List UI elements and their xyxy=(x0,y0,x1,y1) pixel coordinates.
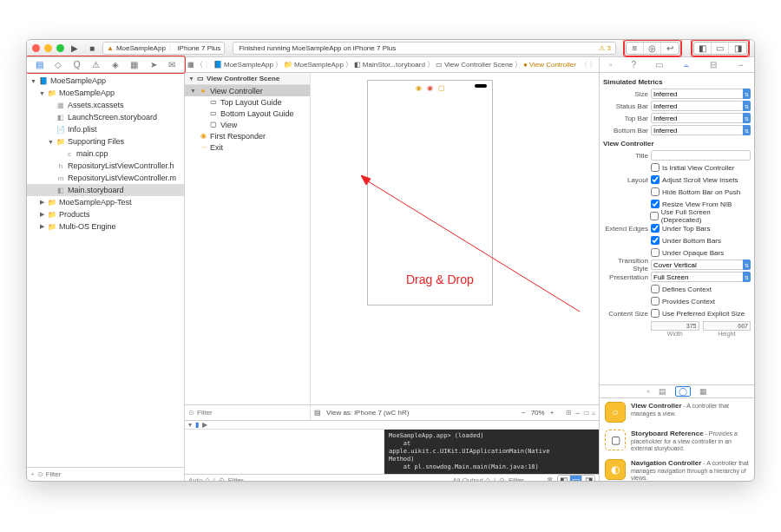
zoom-icon[interactable] xyxy=(56,44,64,52)
filter-icon[interactable]: ⊙ xyxy=(188,409,194,417)
output-selector[interactable]: All Output ◇ xyxy=(453,476,490,482)
filter-icon[interactable]: ⊙ xyxy=(499,476,505,482)
attributes-inspector-icon: ⫠ xyxy=(682,60,691,69)
xcode-window: ▶ ■ ▲ MoeSampleApp〉 iPhone 7 Plus Finish… xyxy=(26,39,755,482)
svg-marker-1 xyxy=(361,175,371,185)
status-bar-icon xyxy=(475,84,487,88)
run-button[interactable]: ▶ xyxy=(68,43,82,55)
debug-toolbar: ▾ ▮ ▶ xyxy=(185,421,599,430)
outline-row[interactable]: →Exit xyxy=(185,141,310,153)
tree-row[interactable]: 📄Info.plist xyxy=(27,123,184,135)
tree-row[interactable]: ▶📁Products xyxy=(27,208,184,220)
resize-nib-checkbox[interactable] xyxy=(651,200,660,208)
tree-row[interactable]: ◧Main.storyboard xyxy=(27,184,184,196)
zoom-out-icon[interactable]: − xyxy=(522,409,526,417)
scheme-selector[interactable]: ▲ MoeSampleApp〉 iPhone 7 Plus xyxy=(102,42,225,55)
library-item[interactable]: ○View Controller - A controller that man… xyxy=(600,398,754,426)
variables-filter[interactable] xyxy=(228,476,263,482)
zoom-level[interactable]: 70% xyxy=(531,409,545,417)
storyboard-canvas[interactable]: ◉◉▢ Drag & Drop xyxy=(311,73,599,404)
outline-row[interactable]: ▢View xyxy=(185,119,310,130)
toggle-outline-icon[interactable]: ▤ xyxy=(314,409,321,417)
editor-area: ▼▭ View Controller Scene ▼●View Controll… xyxy=(185,73,600,481)
library-item[interactable]: ▢Storyboard Reference - Provides a place… xyxy=(600,426,754,456)
file-tree[interactable]: ▼📘MoeSampleApp▼📁MoeSampleApp▦Assets.xcas… xyxy=(27,73,184,467)
debug-footer: Auto ◇ | ⊙ All Output ◇ | ⊙ 🗑 ◧▭◨ xyxy=(185,474,599,482)
view-as-label[interactable]: View as: iPhone 7 (wC hR) xyxy=(326,409,409,417)
console-output[interactable]: MoeSampleApp.app> (loaded) at apple.uiki… xyxy=(384,430,599,474)
presentation-select[interactable] xyxy=(651,272,744,282)
title-field[interactable] xyxy=(651,150,751,161)
height-field[interactable] xyxy=(703,321,751,331)
console-filter[interactable] xyxy=(509,476,543,482)
tree-row[interactable]: ▦Assets.xcassets xyxy=(27,99,184,111)
svg-line-0 xyxy=(365,180,580,312)
panel-visibility-segmented[interactable]: ◧▭◨ xyxy=(692,40,749,56)
library-item[interactable]: ◐Navigation Controller - A controller th… xyxy=(600,456,754,481)
navigator-tabs[interactable]: ▤ ◇ Q ⚠ ◈ ▦ ➤ ✉ xyxy=(27,57,185,72)
defines-context-checkbox[interactable] xyxy=(651,285,660,293)
adjust-scroll-checkbox[interactable] xyxy=(651,175,660,184)
warning-badge[interactable]: ⚠ 3 xyxy=(599,44,611,52)
filter-icon[interactable]: ⊙ xyxy=(219,476,225,482)
constraint-tools[interactable]: ⊞ ⫠ ▭ ▵ xyxy=(566,409,595,417)
add-icon[interactable]: + xyxy=(30,470,35,478)
outline-footer: ⊙ xyxy=(185,404,310,420)
outline-row[interactable]: ▭Bottom Layout Guide xyxy=(185,108,310,119)
under-bottom-checkbox[interactable] xyxy=(651,236,660,245)
navigator-filter[interactable] xyxy=(46,470,180,478)
connections-inspector-icon: → xyxy=(736,60,745,69)
variables-view[interactable] xyxy=(185,430,384,474)
topbar-select[interactable] xyxy=(651,113,744,123)
tree-row[interactable]: hRepositoryListViewController.h xyxy=(27,160,184,172)
statusbar-select[interactable] xyxy=(651,101,744,111)
hide-debug-icon[interactable]: ▾ xyxy=(188,421,192,429)
continue-icon[interactable]: ▶ xyxy=(202,421,207,429)
editor-mode-segmented[interactable]: ≡◎↩ xyxy=(624,40,681,56)
project-navigator: ▼📘MoeSampleApp▼📁MoeSampleApp▦Assets.xcas… xyxy=(27,73,185,481)
width-field[interactable] xyxy=(651,321,699,331)
jump-bar[interactable]: ▦ 〈 〉 📘 MoeSampleApp〉 📁 MoeSampleApp〉 ◧ … xyxy=(185,57,600,72)
tree-row[interactable]: mRepositoryListViewController.m xyxy=(27,172,184,184)
tree-row[interactable]: ◧LaunchScreen.storyboard xyxy=(27,111,184,123)
under-top-checkbox[interactable] xyxy=(651,224,660,233)
filter-icon[interactable]: ⊙ xyxy=(37,470,43,478)
report-navigator-icon: ✉ xyxy=(168,60,175,69)
tree-row[interactable]: cmain.cpp xyxy=(27,148,184,160)
tree-row[interactable]: ▶📁MoeSampleApp-Test xyxy=(27,196,184,208)
tree-row[interactable]: ▼📁MoeSampleApp xyxy=(27,87,184,99)
tree-row[interactable]: ▼📘MoeSampleApp xyxy=(27,75,184,87)
transition-select[interactable] xyxy=(651,259,744,270)
library-tabs[interactable]: ▫▤◯▦ xyxy=(600,384,754,398)
provides-context-checkbox[interactable] xyxy=(651,297,660,305)
auto-selector[interactable]: Auto ◇ xyxy=(188,476,210,482)
size-select[interactable] xyxy=(651,89,744,99)
inspector-tabs[interactable]: ▫ ? ▭ ⫠ ⊟ → xyxy=(600,57,754,72)
object-library[interactable]: ○View Controller - A controller that man… xyxy=(600,398,754,481)
document-outline[interactable]: ▼▭ View Controller Scene ▼●View Controll… xyxy=(185,73,311,404)
minimize-icon[interactable] xyxy=(44,44,52,52)
section-view-controller: View Controller xyxy=(603,140,751,148)
size-inspector-icon: ⊟ xyxy=(710,60,717,69)
symbol-navigator-icon: ◇ xyxy=(55,60,62,69)
tree-row[interactable]: ▼📁Supporting Files xyxy=(27,135,184,148)
debug-area: ▾ ▮ ▶ MoeSampleApp.app> (loaded) at appl… xyxy=(185,420,599,481)
zoom-in-icon[interactable]: + xyxy=(550,409,555,417)
annotation-arrow-icon xyxy=(358,173,584,320)
bottombar-select[interactable] xyxy=(651,125,744,135)
stop-button[interactable]: ■ xyxy=(85,43,99,55)
fullscreen-checkbox[interactable] xyxy=(650,212,659,220)
breakpoints-icon[interactable]: ▮ xyxy=(195,421,199,429)
hide-bottom-checkbox[interactable] xyxy=(651,187,660,196)
outline-row[interactable]: ▼●View Controller xyxy=(185,85,310,96)
outline-row[interactable]: ▭Top Layout Guide xyxy=(185,96,310,108)
explicit-size-checkbox[interactable] xyxy=(651,309,660,318)
clear-icon[interactable]: 🗑 xyxy=(547,476,554,482)
initial-vc-checkbox[interactable] xyxy=(651,163,660,172)
tree-row[interactable]: ▶📁Multi-OS Engine xyxy=(27,220,184,233)
outline-filter[interactable] xyxy=(197,409,306,417)
under-opaque-checkbox[interactable] xyxy=(651,248,660,257)
outline-row[interactable]: ◉First Responder xyxy=(185,130,310,141)
canvas-footer: ▤ View as: iPhone 7 (wC hR) − 70% + ⊞ ⫠ … xyxy=(311,404,599,420)
close-icon[interactable] xyxy=(32,44,40,52)
